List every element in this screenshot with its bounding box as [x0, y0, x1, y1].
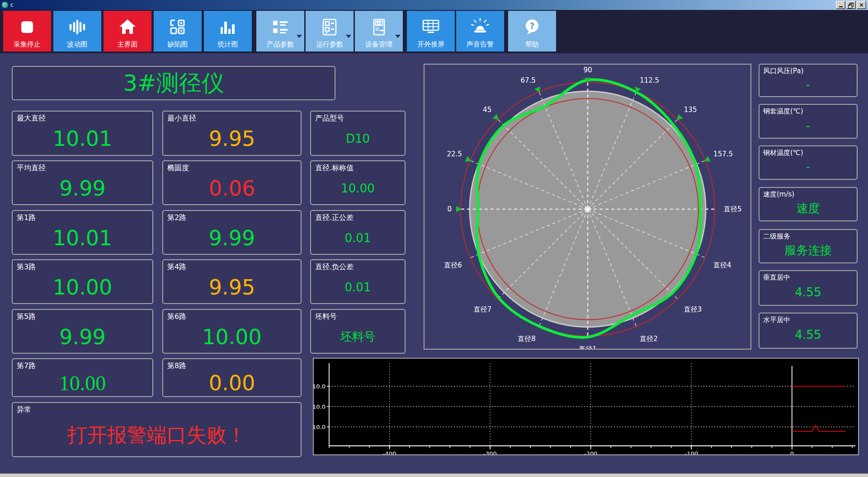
alarm-message: 打开报警端口失败！	[13, 414, 301, 456]
info-value: 速度	[760, 196, 857, 220]
toolbar-button-label: 设备管理	[365, 40, 392, 49]
svg-text:112.5: 112.5	[640, 76, 659, 84]
dropdown-caret-icon	[346, 35, 351, 38]
window-title: c	[10, 2, 836, 8]
stat-label: 椭圆度	[167, 164, 189, 173]
info-value: -	[760, 73, 857, 96]
toolbar-button-8[interactable]: 设备管理	[355, 11, 403, 51]
sound-alarm-icon	[470, 17, 490, 37]
svg-text:直径7: 直径7	[474, 305, 492, 313]
info-box-速度(m/s): 速度(m/s)速度	[759, 187, 858, 221]
app-window: c × 采集停止波动图主界面缺陷图统计图产品参数运行参数设备管理开外接屏声音告警…	[0, 0, 868, 477]
stat-value: 10.00	[311, 172, 405, 204]
polar-profile-chart: 022.54567.590112.5135157.5直径5直径4直径3直径2直径…	[424, 64, 751, 350]
toolbar-button-label: 缺陷图	[168, 40, 188, 49]
device-manage-icon	[369, 17, 389, 37]
toolbar-button-11[interactable]: ?帮助	[508, 11, 556, 51]
svg-text:-100: -100	[684, 450, 698, 454]
stat-box-第5路: 第5路9.99	[12, 309, 153, 354]
stat-box-第3路: 第3路10.00	[12, 259, 153, 304]
stat-value: 10.01	[13, 222, 152, 254]
stat-label: 第8路	[167, 361, 186, 371]
stat-box-第6路: 第6路10.00	[162, 309, 302, 354]
stat-label: 最大直径	[17, 114, 46, 123]
minimize-button[interactable]	[836, 1, 845, 9]
stat-box-最小直径: 最小直径9.95	[162, 111, 302, 156]
toolbar-button-3[interactable]: 主界面	[104, 11, 151, 51]
stat-value: 9.99	[13, 172, 152, 204]
svg-text:直径8: 直径8	[518, 335, 536, 343]
dropdown-caret-icon	[395, 35, 401, 38]
stat-box-第2路: 第2路9.99	[162, 210, 302, 255]
stat-value: 0.06	[163, 172, 301, 204]
alarm-label: 异常	[17, 405, 31, 415]
stat-box-平均直径: 平均直径9.99	[12, 160, 153, 205]
stat-value: 0.01	[311, 271, 405, 303]
stat-value: 9.95	[163, 271, 301, 303]
toolbar-button-6[interactable]: 产品参数	[256, 11, 304, 51]
svg-text:67.5: 67.5	[520, 76, 535, 84]
stat-label: 第2路	[167, 213, 186, 223]
alarm-box: 异常打开报警端口失败！	[12, 402, 302, 457]
svg-text:0: 0	[447, 205, 452, 213]
svg-text:直径2: 直径2	[640, 335, 658, 343]
svg-text:135: 135	[684, 106, 697, 114]
titlebar: c ×	[0, 0, 868, 10]
stat-label: 第5路	[17, 312, 36, 322]
toolbar-button-label: 采集停止	[14, 40, 41, 49]
svg-text:直径5: 直径5	[724, 205, 742, 213]
toolbar-button-10[interactable]: 声音告警	[456, 11, 504, 51]
info-value: 4.55	[760, 322, 857, 348]
stat-label: 第7路	[17, 361, 36, 371]
close-icon: ×	[859, 3, 863, 7]
toolbar-button-4[interactable]: 缺陷图	[154, 11, 202, 51]
stat-box-直径.标称值: 直径.标称值10.00	[310, 160, 406, 205]
toolbar: 采集停止波动图主界面缺陷图统计图产品参数运行参数设备管理开外接屏声音告警?帮助	[0, 10, 868, 53]
gauge-title: 3#测径仪	[12, 66, 335, 100]
svg-text:10.0: 10.0	[314, 403, 326, 410]
restore-button[interactable]	[846, 1, 856, 9]
stat-box-直径.正公差: 直径.正公差0.01	[310, 210, 406, 255]
toolbar-button-5[interactable]: 统计图	[204, 11, 252, 51]
info-box-垂直居中: 垂直居中4.55	[759, 270, 858, 306]
toolbar-button-label: 产品参数	[267, 40, 294, 49]
toolbar-button-label: 开外接屏	[417, 40, 444, 49]
info-box-水平居中: 水平居中4.55	[759, 313, 858, 349]
stat-box-第1路: 第1路10.01	[12, 210, 153, 255]
toolbar-button-label: 运行参数	[316, 40, 343, 49]
info-value: -	[760, 154, 857, 179]
toolbar-button-label: 统计图	[218, 40, 238, 49]
stat-box-产品型号: 产品型号D10	[310, 111, 406, 156]
toolbar-button-label: 帮助	[525, 40, 539, 49]
toolbar-button-1[interactable]: 采集停止	[3, 11, 51, 51]
toolbar-button-9[interactable]: 开外接屏	[407, 11, 455, 51]
svg-text:0: 0	[790, 450, 794, 454]
stat-value: 9.99	[163, 222, 301, 254]
toolbar-button-7[interactable]: 运行参数	[306, 11, 354, 51]
stat-box-第8路: 第8路0.00	[162, 358, 302, 397]
waveform-icon	[67, 17, 87, 37]
svg-text:10.0: 10.0	[314, 383, 326, 390]
stat-box-直径.负公差: 直径.负公差0.01	[310, 259, 406, 304]
bar-stats-icon	[218, 17, 238, 37]
trend-chart: 10.010.010.0-400-300-200-1000	[313, 358, 859, 455]
svg-text:直径1: 直径1	[579, 345, 597, 349]
stat-label: 直径.负公差	[315, 262, 354, 272]
info-box-钢套温度(℃): 钢套温度(℃)-	[759, 104, 858, 139]
svg-text:-200: -200	[584, 450, 598, 454]
stat-label: 直径.正公差	[315, 213, 354, 223]
defect-map-icon	[168, 17, 188, 37]
close-button[interactable]: ×	[857, 1, 866, 9]
stat-value: 10.00	[163, 321, 301, 353]
stat-box-椭圆度: 椭圆度0.06	[162, 160, 302, 205]
stat-label: 坯料号	[315, 312, 337, 322]
home-icon	[118, 17, 137, 37]
help-icon: ?	[522, 17, 542, 37]
stat-label: 平均直径	[17, 164, 46, 173]
svg-text:10.0: 10.0	[314, 424, 326, 430]
svg-text:90: 90	[583, 66, 592, 74]
info-value: 服务连接	[760, 238, 857, 262]
toolbar-button-2[interactable]: 波动图	[53, 11, 101, 51]
stat-value: 9.95	[163, 122, 301, 155]
run-params-icon	[320, 17, 340, 37]
